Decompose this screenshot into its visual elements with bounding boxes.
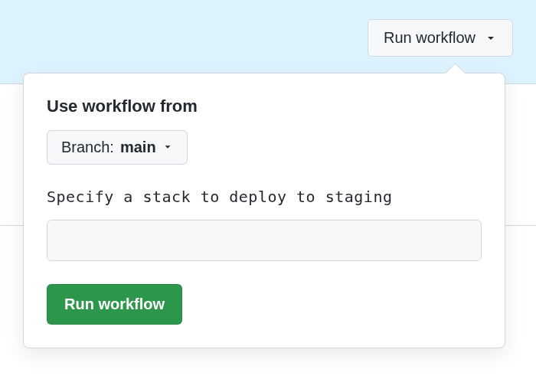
stack-input-label: Specify a stack to deploy to staging (47, 188, 482, 206)
caret-down-icon (485, 32, 497, 44)
branch-selector-button[interactable]: Branch: main (47, 130, 188, 165)
run-workflow-trigger-button[interactable]: Run workflow (368, 19, 513, 57)
workflow-dispatch-panel: Use workflow from Branch: main Specify a… (23, 73, 505, 348)
run-workflow-trigger-label: Run workflow (384, 29, 476, 47)
branch-prefix-label: Branch: (61, 139, 114, 156)
stack-input[interactable] (47, 220, 482, 261)
branch-name-label: main (120, 139, 156, 156)
caret-down-icon (162, 139, 173, 156)
run-workflow-submit-button[interactable]: Run workflow (47, 284, 182, 325)
use-workflow-from-label: Use workflow from (47, 96, 482, 116)
